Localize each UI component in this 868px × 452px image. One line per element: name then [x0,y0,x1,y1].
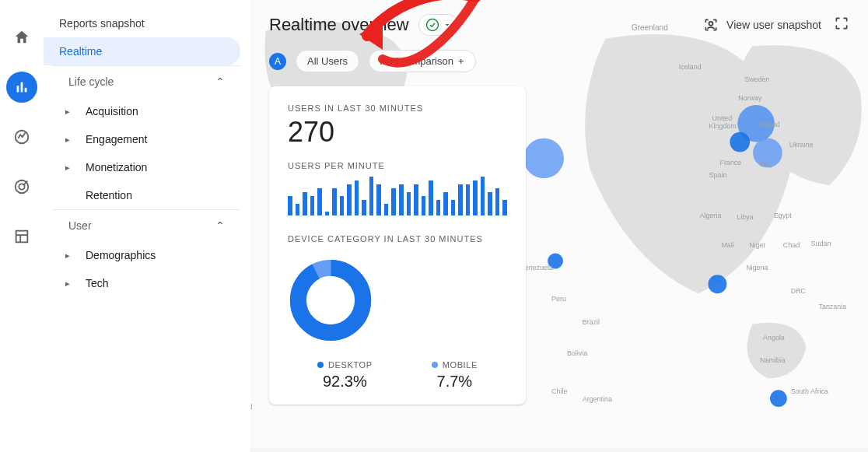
sidebar-item-retention[interactable]: Retention [44,181,250,209]
device-category-donut [288,258,373,343]
svg-rect-6 [16,231,28,243]
library-icon[interactable] [6,221,37,252]
sidebar-section-user[interactable]: User ⌃ [53,209,240,241]
sidebar-nav: Reports snapshot Realtime Life cycle ⌃ ▸… [44,0,250,452]
legend-dot-mobile [432,362,438,368]
svg-text:Egypt: Egypt [774,212,792,219]
caret-right-icon: ▸ [65,163,72,173]
svg-text:Argentina: Argentina [583,395,612,403]
plus-icon: + [458,55,464,67]
advertising-icon[interactable] [6,171,37,202]
legend-dot-desktop [317,362,324,368]
user-scan-icon [703,17,719,33]
svg-point-52 [298,268,362,332]
users-last-30-label: USERS IN LAST 30 MINUTES [288,103,507,113]
svg-text:Zealand: Zealand [250,403,252,411]
sidebar-section-label: User [68,219,92,232]
svg-text:Chile: Chile [551,387,567,395]
svg-text:Namibia: Namibia [760,356,786,364]
svg-text:Kingdom: Kingdom [709,122,737,130]
page-title: Realtime overview [269,15,409,35]
users-per-minute-chart [288,177,507,215]
svg-text:Ukraine: Ukraine [789,141,814,149]
svg-text:Sudan: Sudan [811,240,831,247]
svg-text:Peru: Peru [551,295,566,303]
svg-point-49 [426,19,438,31]
view-user-snapshot-button[interactable]: View user snapshot [703,17,821,33]
svg-point-16 [770,390,787,407]
sidebar-section-lifecycle[interactable]: Life cycle ⌃ [53,65,240,97]
users-last-30-value: 270 [288,116,507,149]
fullscreen-button[interactable] [834,16,849,34]
all-users-chip[interactable]: All Users [296,50,359,72]
svg-text:France: France [719,159,741,166]
svg-text:Italy: Italy [760,160,773,168]
add-comparison-chip[interactable]: Add comparison + [369,50,476,72]
svg-text:South Africa: South Africa [791,387,828,395]
svg-text:Spain: Spain [709,171,727,179]
svg-text:Algeria: Algeria [700,212,722,219]
svg-rect-2 [25,88,27,93]
svg-point-15 [709,275,727,293]
svg-text:Niger: Niger [749,241,765,249]
svg-text:Tanzania: Tanzania [818,303,846,310]
caret-down-icon [443,20,452,30]
svg-point-50 [709,22,713,26]
home-icon[interactable] [6,22,37,53]
svg-text:Mali: Mali [721,241,733,249]
caret-right-icon: ▸ [65,107,72,117]
legend-mobile: MOBILE 7.7% [432,360,478,391]
svg-text:Norway: Norway [738,94,762,102]
reports-icon[interactable] [6,72,37,103]
legend-desktop: DESKTOP 92.3% [317,360,373,391]
chevron-up-icon: ⌃ [215,75,225,88]
svg-text:Angola: Angola [763,334,785,342]
svg-text:Libya: Libya [737,213,753,221]
svg-text:United: United [712,114,733,122]
svg-point-12 [730,132,750,152]
users-per-minute-label: USERS PER MINUTE [288,161,507,170]
svg-text:Bolivia: Bolivia [567,349,587,357]
checkmark-circle-icon [425,18,439,32]
sidebar-item-realtime[interactable]: Realtime [44,37,240,65]
svg-text:Brazil: Brazil [583,318,600,326]
caret-right-icon: ▸ [65,279,72,289]
sidebar-item-reports-snapshot[interactable]: Reports snapshot [44,9,250,37]
caret-right-icon: ▸ [65,135,72,145]
sidebar-item-monetization[interactable]: ▸Monetization [44,153,250,181]
svg-rect-1 [21,82,23,93]
sidebar-item-engagement[interactable]: ▸Engagement [44,125,250,153]
sidebar-section-label: Life cycle [68,75,114,88]
svg-text:Chad: Chad [783,241,800,249]
status-verified-chip[interactable] [418,14,459,36]
svg-text:Nigeria: Nigeria [746,264,768,272]
svg-point-10 [523,138,564,179]
chevron-up-icon: ⌃ [215,219,225,232]
main-content: Iceland Sweden Norway UnitedKingdom Pola… [250,0,868,452]
explore-icon[interactable] [6,121,37,152]
svg-text:DRC: DRC [791,287,807,295]
device-category-label: DEVICE CATEGORY IN LAST 30 MINUTES [288,234,507,244]
icon-rail [0,0,44,452]
svg-rect-0 [17,86,19,92]
sidebar-item-demographics[interactable]: ▸Demographics [44,241,250,269]
segment-badge: A [269,53,286,70]
realtime-users-card: USERS IN LAST 30 MINUTES 270 USERS PER M… [269,86,526,405]
sidebar-item-acquisition[interactable]: ▸Acquisition [44,97,250,125]
svg-text:Poland: Poland [758,121,780,128]
sidebar-item-tech[interactable]: ▸Tech [44,269,250,297]
caret-right-icon: ▸ [65,251,72,261]
